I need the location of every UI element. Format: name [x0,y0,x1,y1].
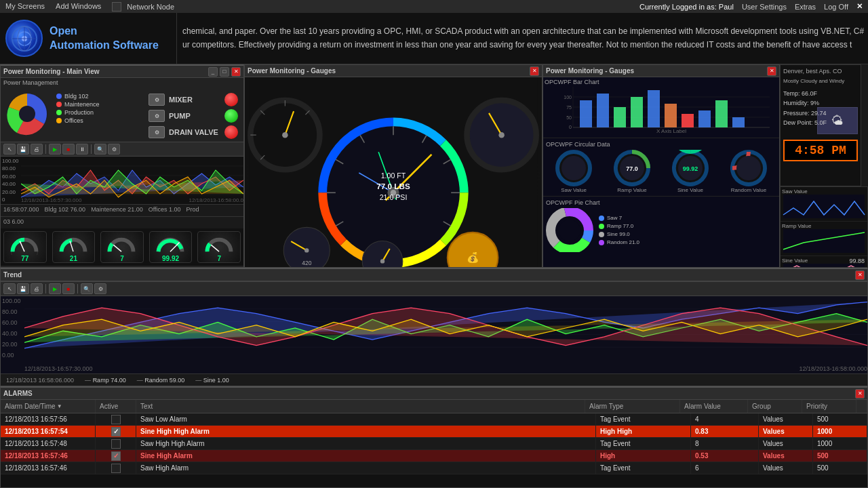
alarm-value-4: 0.53 [691,450,759,462]
trend-tb-settings[interactable]: ⚙ [94,283,106,294]
alarm-row-4[interactable]: 12/18/2013 16:57:46 ✓ Sine High Alarm Hi… [1,450,867,462]
alarm-priority-2: 1000 [813,426,867,437]
panel-gauges-right: Power Monitoring - Gauges ✕ OPCWPF Bar C… [542,64,780,268]
panel-close-button[interactable]: ✕ [231,67,241,77]
trend-tb-cursor[interactable]: ↖ [3,283,16,294]
alarm-text-4: Sine High Alarm [136,450,596,462]
alarm-text-2: Sine High High Alarm [136,426,596,437]
alarm-row-5[interactable]: 12/18/2013 16:57:46 Saw High Alarm Tag E… [1,462,867,474]
trend-tb-stop[interactable]: ■ [62,283,75,294]
header: Open Automation Software chemical, and p… [0,14,868,64]
svg-rect-69 [597,94,609,127]
panels-row: Power Monitoring - Main View _ □ ✕ Power… [0,64,868,268]
legend-item: Maintenence [56,101,140,108]
col-header-datetime[interactable]: Alarm Date/Time ▼ [1,400,96,413]
alarm-checkbox-4[interactable]: ✓ [111,451,121,461]
tb-pause-btn[interactable]: ⏸ [76,144,88,155]
alarm-active-5 [96,462,136,474]
tb-play-btn[interactable]: ▶ [49,144,61,155]
pie-chart [3,90,51,138]
alarm-active-4: ✓ [96,450,136,462]
col-header-type[interactable]: Alarm Type [585,400,680,413]
svg-rect-74 [682,114,694,127]
bar-chart-section: OPCWPF Bar Chart [543,77,779,138]
panel-minimize-button[interactable]: _ [208,67,218,77]
alarms-close-button[interactable]: ✕ [855,389,865,399]
panel-gauges-center: Power Monitoring - Gauges ✕ 99.92 RPM [244,64,542,268]
col-header-text[interactable]: Text [136,400,585,413]
svg-text:77.0 LBS: 77.0 LBS [376,182,410,190]
trend-panel-controls: ✕ [855,270,865,280]
panel-controls: _ □ ✕ [208,67,241,77]
legend-item: Bldg 102 [56,93,140,100]
alarm-checkbox-2[interactable]: ✓ [111,427,121,436]
tb-print-btn[interactable]: 🖨 [31,144,43,155]
tb-cursor-btn[interactable]: ↖ [3,144,16,155]
pump-icon: ⚙ [149,110,165,122]
alarm-type-3: Tag Event [596,438,691,449]
col-scroll [856,400,867,413]
svg-rect-76 [715,100,728,127]
log-off-button[interactable]: Log Off [824,3,848,11]
trend-tb-zoom[interactable]: 🔍 [81,283,93,294]
trend-status-ramp: — Ramp 74.00 [85,377,126,384]
equipment-panel: ⚙ MIXER ⚙ PUMP ⚙ DRAIN VALVE [146,90,241,139]
alarm-checkbox-1[interactable] [111,415,121,424]
weather-panel: Denver, best Aps. CO Mostly Cloudy and W… [780,64,861,186]
right-close-button[interactable]: ✕ [767,66,776,76]
alarm-row-1[interactable]: 12/18/2013 16:57:56 Saw Low Alarm Tag Ev… [1,413,867,426]
col-header-active[interactable]: Active [96,400,136,413]
tb-config-btn[interactable]: ⚙ [108,144,120,155]
add-windows-button[interactable]: Add Windows [56,2,101,12]
col-header-priority[interactable]: Priority [802,400,856,413]
alarm-text-1: Saw Low Alarm [136,413,596,425]
svg-point-28 [282,132,288,138]
legend-item: Offices [56,117,140,124]
trend-tb-save[interactable]: 💾 [17,283,29,294]
panel-maximize-button[interactable]: □ [220,67,229,77]
alarm-row-3[interactable]: 12/18/2013 16:57:48 Saw High High Alarm … [1,438,867,450]
trend-close-button[interactable]: ✕ [855,270,865,280]
weather-temp: Temp: 66.0F [783,89,858,98]
scroll-line-1: chemical, and paper. Over the last 10 ye… [182,25,863,38]
network-node-item[interactable]: Network Node [112,2,174,12]
trend-x-right: 12/18/2013-16:58:00.000 [799,365,867,372]
alarms-title: ALARMS [3,390,33,397]
pie-chart-section: OPCWPF Pie Chart Saw 7 [543,197,779,267]
main-content: Power Monitoring - Main View _ □ ✕ Power… [0,64,868,488]
small-gauge-3: 7 [100,231,144,263]
tb-save-btn[interactable]: 💾 [17,144,29,155]
center-close-button[interactable]: ✕ [530,66,539,76]
clock-display: 4:58 PM [783,140,858,161]
alarm-checkbox-3[interactable] [111,439,121,449]
panel-power-main: Power Monitoring - Main View _ □ ✕ Power… [0,64,244,268]
trend-tb-print[interactable]: 🖨 [31,283,43,294]
circ-gauge-3: 99.92 Sine Value [663,150,718,193]
alarm-row-2[interactable]: 12/18/2013 16:57:54 ✓ Sine High High Ala… [1,426,867,438]
col-header-group[interactable]: Group [748,400,802,413]
mixer-row: ⚙ MIXER [149,93,238,106]
col-header-value[interactable]: Alarm Value [680,400,748,413]
my-screens-button[interactable]: My Screens [5,2,45,12]
tb-stop-btn[interactable]: ■ [62,144,75,155]
drain-valve-label: DRAIN VALVE [169,128,218,136]
panel-controls-center: ✕ [530,66,539,76]
user-settings-button[interactable]: User Settings [742,3,787,11]
alarm-priority-1: 500 [813,413,867,425]
tb-zoom-btn[interactable]: 🔍 [94,144,106,155]
trend-status-datetime: 12/18/2013 16:58:06.000 [6,377,74,384]
svg-text:77.0: 77.0 [626,165,638,172]
small-charts-panel: Saw Value Ramp Value Sine Value 99.88 [780,186,868,268]
svg-point-7 [19,106,35,122]
mixer-indicator [224,93,238,106]
small-chart-val-3: 99.88 [849,258,865,264]
extras-button[interactable]: Extras [795,3,816,11]
window-close-button[interactable]: ✕ [856,2,863,11]
svg-text:Enable Animation: Enable Animation [404,266,449,268]
trend-tb-play[interactable]: ▶ [49,283,61,294]
pie-legend: Saw 7 Ramp 77.0 Sine 99.0 Random 21.0 [599,215,639,245]
alarm-value-2: 0.83 [691,426,759,437]
alarm-checkbox-5[interactable] [111,464,121,473]
svg-text:1.00 FT: 1.00 FT [381,171,406,180]
mixer-icon: ⚙ [149,94,165,106]
